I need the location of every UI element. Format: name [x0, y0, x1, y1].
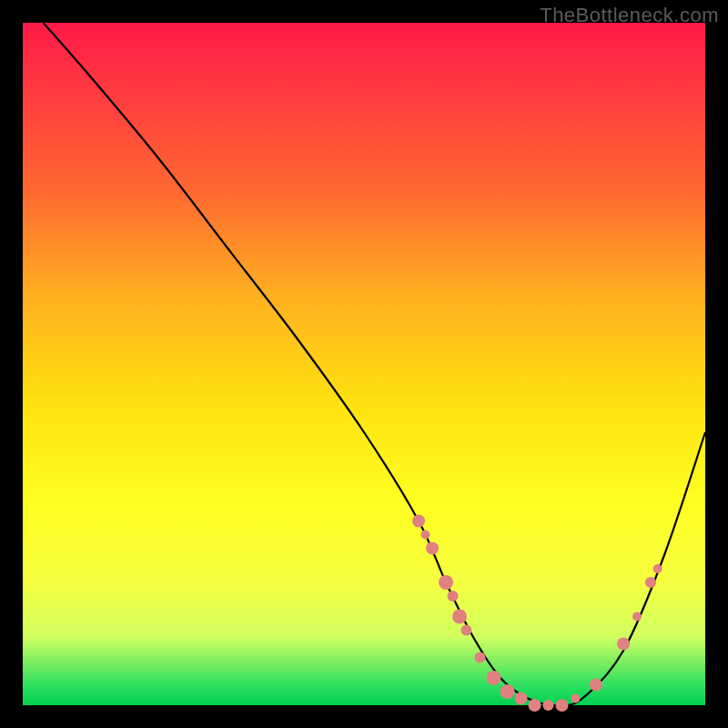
curve-marker — [543, 700, 554, 711]
curve-marker — [653, 564, 662, 573]
curve-marker — [452, 610, 467, 624]
curve-marker — [529, 699, 541, 712]
curve-marker — [461, 625, 472, 636]
curve-marker — [487, 671, 501, 685]
curve-marker — [475, 652, 486, 663]
curve-marker — [645, 577, 656, 588]
curve-marker — [421, 531, 430, 540]
curve-marker — [412, 515, 425, 528]
curve-marker — [617, 638, 630, 651]
bottleneck-curve — [44, 23, 706, 705]
curve-marker — [515, 693, 528, 705]
curve-marker — [571, 694, 581, 703]
curve-marker — [426, 542, 439, 555]
curve-marker — [590, 679, 602, 692]
chart-svg — [0, 0, 728, 728]
curve-markers — [412, 515, 662, 713]
curve-marker — [556, 699, 569, 712]
curve-marker — [632, 612, 642, 622]
curve-marker — [448, 591, 459, 602]
curve-marker — [500, 684, 515, 699]
curve-marker — [439, 575, 453, 590]
